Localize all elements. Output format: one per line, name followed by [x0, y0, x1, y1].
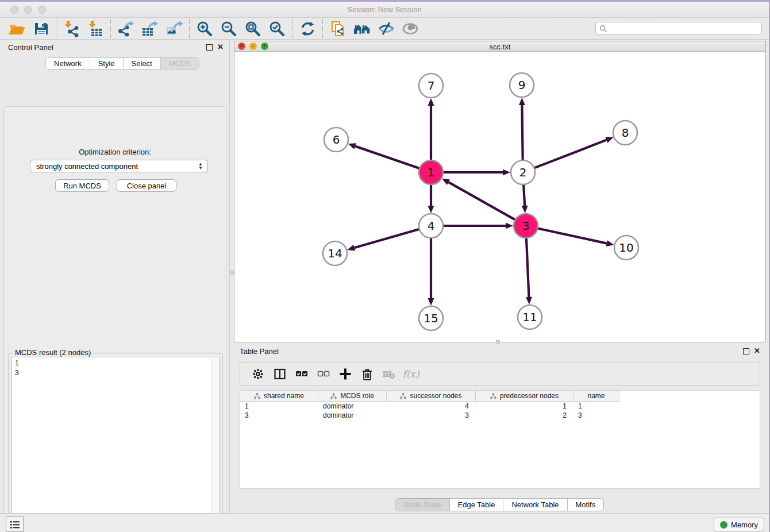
table-row[interactable]: 3dominator323: [240, 411, 619, 420]
mcds-result-textarea[interactable]: 1 3: [11, 357, 220, 532]
edge-3-10[interactable]: [537, 228, 607, 244]
clone-network-button[interactable]: [326, 19, 350, 38]
titlebar: Session: New Session: [0, 2, 769, 18]
close-panel-icon[interactable]: ✕: [217, 43, 224, 51]
graph-node-7[interactable]: 7: [419, 74, 443, 98]
import-table-icon: [87, 20, 104, 37]
column-header-name[interactable]: name: [573, 391, 619, 402]
table-tab-motifs[interactable]: Motifs: [568, 499, 604, 511]
eye-slash-icon: [378, 20, 395, 37]
column-header-shared-name[interactable]: shared name: [240, 391, 318, 402]
column-header-successor-nodes[interactable]: successor nodes: [387, 391, 476, 402]
node-label: 14: [328, 246, 342, 260]
network-window-titlebar[interactable]: ✕ − + scc.txt: [234, 41, 765, 52]
graph-node-3[interactable]: 3: [514, 214, 538, 238]
run-mcds-button[interactable]: Run MCDS: [55, 179, 109, 192]
control-tab-select[interactable]: Select: [124, 58, 161, 69]
graph-node-2[interactable]: 2: [511, 160, 535, 184]
zoom-in-button[interactable]: [192, 19, 217, 38]
main-toolbar: [0, 18, 769, 40]
graph-node-15[interactable]: 15: [419, 306, 443, 330]
zoom-out-button[interactable]: [217, 19, 241, 38]
edge-arrowhead: [428, 298, 434, 306]
graph-node-9[interactable]: 9: [510, 73, 534, 97]
network-home-button[interactable]: [350, 19, 374, 38]
edge-arrowhead: [348, 143, 356, 149]
network-graph: 7968124314101511: [234, 52, 765, 342]
export-image-button[interactable]: [162, 19, 186, 38]
network-canvas[interactable]: 7968124314101511: [234, 52, 765, 342]
save-session-button[interactable]: [29, 19, 53, 38]
add-column-button[interactable]: [334, 364, 356, 384]
mcds-result-scrollbar[interactable]: [211, 358, 218, 532]
homes-icon: [353, 20, 371, 37]
column-header-MCDS-role[interactable]: MCDS role: [318, 391, 387, 402]
table-cell[interactable]: 4: [387, 402, 476, 411]
mcds-panel-body: Optimization criterion: strongly connect…: [3, 106, 226, 532]
import-table-button[interactable]: [83, 19, 107, 38]
edge-2-8[interactable]: [533, 140, 607, 168]
export-network-button[interactable]: [114, 19, 138, 38]
table-cell[interactable]: 1: [476, 402, 573, 411]
table-row[interactable]: 1dominator411: [240, 402, 619, 411]
import-network-button[interactable]: [59, 19, 83, 38]
graph-node-4[interactable]: 4: [419, 214, 443, 238]
table-options-button[interactable]: [247, 364, 269, 384]
control-tab-style[interactable]: Style: [90, 58, 124, 69]
open-session-button[interactable]: [5, 19, 29, 38]
select-all-rows-button[interactable]: [291, 364, 313, 384]
task-history-button[interactable]: [6, 516, 24, 532]
optimization-criterion-select[interactable]: strongly connected component ▲▼: [30, 160, 208, 172]
apply-layout-button[interactable]: [295, 19, 319, 38]
dropdown-chevrons-icon: ▲▼: [198, 162, 203, 170]
graph-node-8[interactable]: 8: [613, 121, 637, 145]
table-cell[interactable]: dominator: [318, 411, 387, 420]
edge-4-14[interactable]: [355, 229, 421, 248]
show-columns-button[interactable]: [269, 364, 291, 384]
export-image-icon: [165, 20, 183, 37]
toggle-style-button[interactable]: [374, 19, 398, 38]
graph-node-10[interactable]: 10: [614, 236, 638, 260]
column-header-predecessor-nodes[interactable]: predecessor nodes: [476, 391, 573, 402]
node-label: 1: [428, 165, 435, 179]
search-box[interactable]: [595, 22, 762, 35]
application-window: Session: New Session Control Panel ✕ Net…: [0, 0, 770, 532]
edge-2-9[interactable]: [522, 105, 522, 161]
table-tab-edge-table[interactable]: Edge Table: [450, 499, 504, 511]
table-cell[interactable]: 1: [573, 402, 619, 411]
edge-arrowhead: [519, 98, 525, 105]
table-close-panel-icon[interactable]: ✕: [754, 347, 760, 355]
table-cell[interactable]: 3: [240, 411, 318, 420]
control-tab-mcds[interactable]: MCDS: [161, 58, 199, 69]
table-tab-node-table[interactable]: Node Table: [395, 499, 450, 511]
float-panel-icon[interactable]: [206, 44, 213, 51]
graph-node-1[interactable]: 1: [419, 160, 443, 184]
zoom-fit-button[interactable]: [241, 19, 265, 38]
control-tab-network[interactable]: Network: [46, 58, 90, 69]
table-cell[interactable]: 2: [476, 411, 573, 420]
edge-arrowhead: [428, 98, 434, 106]
table-cell[interactable]: 1: [240, 402, 318, 411]
table-cell[interactable]: 3: [387, 411, 476, 420]
edge-3-1[interactable]: [448, 182, 516, 220]
graph-node-11[interactable]: 11: [518, 305, 542, 329]
search-input[interactable]: [610, 25, 758, 33]
edge-1-6[interactable]: [355, 146, 421, 168]
deselect-all-rows-button[interactable]: [313, 364, 334, 384]
edge-2-3[interactable]: [523, 183, 525, 206]
vertical-divider-handle[interactable]: [230, 271, 234, 275]
memory-button[interactable]: Memory: [714, 518, 764, 531]
plus-icon: [338, 367, 352, 381]
edge-3-11[interactable]: [526, 237, 529, 297]
export-table-button[interactable]: [138, 19, 162, 38]
zoom-selected-button[interactable]: [265, 19, 289, 38]
table-tab-network-table[interactable]: Network Table: [503, 499, 567, 511]
graph-node-6[interactable]: 6: [324, 128, 348, 152]
table-cell[interactable]: dominator: [318, 402, 387, 411]
close-panel-button[interactable]: Close panel: [117, 179, 176, 192]
table-float-panel-icon[interactable]: [743, 348, 749, 354]
delete-column-button[interactable]: [356, 364, 378, 384]
zoom-selected-icon: [268, 20, 286, 37]
table-cell[interactable]: 3: [573, 411, 619, 420]
graph-node-14[interactable]: 14: [323, 241, 347, 265]
